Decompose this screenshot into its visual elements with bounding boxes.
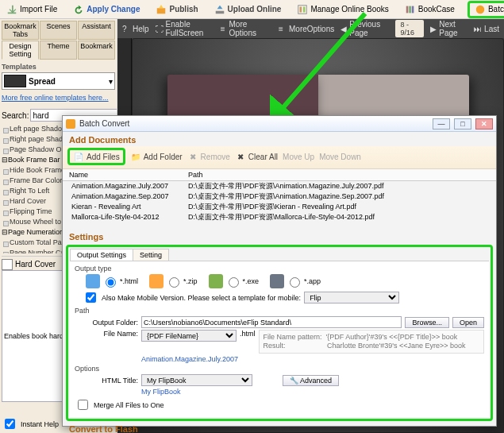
fullscreen-button[interactable]: ⛶Enable FullScreen xyxy=(156,20,214,37)
table-row[interactable]: Animation.Magazine.July.2007D:\桌面文件-常用\P… xyxy=(69,181,490,191)
tab-setting[interactable]: Setting xyxy=(133,249,169,261)
filename-hint: File Name pattern: '{PDF Author}'#39's <… xyxy=(259,330,484,354)
fmt-exe-radio[interactable] xyxy=(229,277,239,288)
remove-icon: ✖ xyxy=(187,151,198,162)
import-file-button[interactable]: Import File xyxy=(3,3,60,16)
tab-design-setting[interactable]: Design Setting xyxy=(2,41,39,60)
hardcover-label: Hard Cover xyxy=(15,260,56,269)
zip-icon xyxy=(149,274,164,288)
svg-point-8 xyxy=(476,5,485,14)
last-page-button[interactable]: ⏭Last xyxy=(474,25,499,33)
tab-theme[interactable]: Theme xyxy=(40,41,77,60)
maximize-button[interactable]: □ xyxy=(454,118,471,130)
page-indicator: 8 - 9/16 xyxy=(395,20,424,37)
move-down-button: Move Down xyxy=(319,153,361,161)
tab-bookmark-tabs[interactable]: Bookmark Tabs xyxy=(2,21,39,40)
tab-scenes[interactable]: Scenes xyxy=(40,21,77,40)
import-icon xyxy=(6,4,17,15)
add-folder-button[interactable]: 📁Add Folder xyxy=(130,151,183,162)
batch-icon xyxy=(475,4,486,15)
table-row[interactable]: Mallorca-Life-Style-04-2012D:\桌面文件-常用\PD… xyxy=(69,212,490,222)
add-documents-section: Add Documents xyxy=(63,132,496,146)
remove-button: ✖Remove xyxy=(187,151,230,162)
clear-icon: ✖ xyxy=(235,151,246,162)
svg-rect-6 xyxy=(409,6,411,13)
template-spread[interactable]: Spread▾ xyxy=(2,72,115,90)
mobile-checkbox[interactable] xyxy=(86,292,96,303)
svg-rect-1 xyxy=(215,10,224,14)
svg-rect-4 xyxy=(303,6,306,12)
close-button[interactable]: ✕ xyxy=(475,118,493,130)
minimize-button[interactable]: — xyxy=(433,118,450,130)
path-label: Path xyxy=(75,307,484,315)
prev-page-button[interactable]: ◀Previous Page xyxy=(340,20,389,37)
col-name-header[interactable]: Name xyxy=(69,171,188,179)
more-options2-button[interactable]: ≡MoreOptions xyxy=(279,25,334,33)
settings-section-header: Settings xyxy=(63,229,496,243)
publish-icon xyxy=(156,4,167,15)
settings-section: Output Settings Setting Output type *.ht… xyxy=(66,245,493,421)
convert-flash-header: Convert to Flash xyxy=(63,423,496,433)
advanced-button[interactable]: 🔧 Advanced xyxy=(283,375,339,386)
dialog-titlebar[interactable]: Batch Convert — □ ✕ xyxy=(63,116,496,132)
open-button[interactable]: Open xyxy=(452,317,484,328)
bookcase-icon xyxy=(405,4,416,15)
bookcase-button[interactable]: BookCase xyxy=(402,3,458,16)
html-title-select[interactable]: My FlipBook xyxy=(141,374,252,386)
batch-convert-dialog: Batch Convert — □ ✕ Add Documents 📄Add F… xyxy=(62,115,497,427)
tab-assistant[interactable]: Assistant xyxy=(78,21,115,40)
output-type-label: Output type xyxy=(75,265,484,273)
preview-toolbar: ?Help ⛶Enable FullScreen ≡More Options ≡… xyxy=(117,19,504,38)
templates-label: Templates xyxy=(2,63,115,71)
table-row[interactable]: Kieran - Revealing ArtD:\桌面文件-常用\PDF资源\K… xyxy=(69,202,490,212)
more-templates-link[interactable]: More free online templates here... xyxy=(2,94,115,102)
more-options-button[interactable]: ≡More Options xyxy=(221,20,266,37)
add-files-button[interactable]: 📄Add Files xyxy=(67,148,125,165)
table-row[interactable]: Animation.Magazine.Sep.2007D:\桌面文件-常用\PD… xyxy=(69,191,490,202)
batch-convert-button[interactable]: Batch Convert xyxy=(467,1,504,18)
app-icon xyxy=(270,274,284,288)
upload-online-button[interactable]: Upload Online xyxy=(211,3,285,16)
refresh-icon xyxy=(73,4,84,15)
next-page-button[interactable]: ▶Next Page xyxy=(430,20,467,37)
fmt-zip-radio[interactable] xyxy=(169,277,179,288)
tab-bookmark[interactable]: Bookmark xyxy=(78,41,115,60)
instant-help-checkbox[interactable] xyxy=(5,419,15,429)
fmt-html-radio[interactable] xyxy=(106,277,116,288)
manage-online-button[interactable]: Manage Online Books xyxy=(294,3,391,16)
svg-rect-3 xyxy=(300,6,302,12)
svg-rect-7 xyxy=(412,6,414,13)
output-folder-input[interactable] xyxy=(141,316,402,328)
browse-button[interactable]: Browse... xyxy=(405,317,449,328)
help-button[interactable]: ?Help xyxy=(122,25,149,33)
fmt-app-radio[interactable] xyxy=(290,277,300,288)
move-up-button: Move Up xyxy=(283,153,314,161)
col-path-header[interactable]: Path xyxy=(188,171,490,179)
search-label: Search: xyxy=(2,111,29,120)
mobile-template-select[interactable]: Flip xyxy=(304,292,399,303)
apply-change-button[interactable]: Apply Change xyxy=(70,3,143,16)
publish-button[interactable]: Publish xyxy=(152,3,201,16)
upload-icon xyxy=(214,4,225,15)
manage-icon xyxy=(297,4,308,15)
svg-rect-5 xyxy=(406,6,409,13)
clear-all-button[interactable]: ✖Clear All xyxy=(235,151,278,162)
spread-icon xyxy=(4,75,26,87)
main-toolbar: Import File Apply Change Publish Upload … xyxy=(0,0,504,19)
html-title-example: My FlipBook xyxy=(141,388,181,396)
merge-checkbox[interactable] xyxy=(78,400,88,410)
hardcover-swatch xyxy=(2,259,13,270)
filename-example: Animation.Magazine.July.2007 xyxy=(141,355,238,363)
svg-rect-0 xyxy=(157,8,166,14)
exe-icon xyxy=(209,274,223,288)
html-icon xyxy=(86,274,100,288)
add-folder-icon: 📁 xyxy=(130,151,141,162)
file-list[interactable]: Animation.Magazine.July.2007D:\桌面文件-常用\P… xyxy=(63,181,496,229)
options-label: Options xyxy=(75,365,484,373)
svg-rect-2 xyxy=(298,5,307,14)
dialog-icon xyxy=(66,119,75,129)
add-files-icon: 📄 xyxy=(73,151,84,162)
filename-select[interactable]: {PDF FileName} xyxy=(141,330,237,342)
tab-output-settings[interactable]: Output Settings xyxy=(70,249,133,261)
